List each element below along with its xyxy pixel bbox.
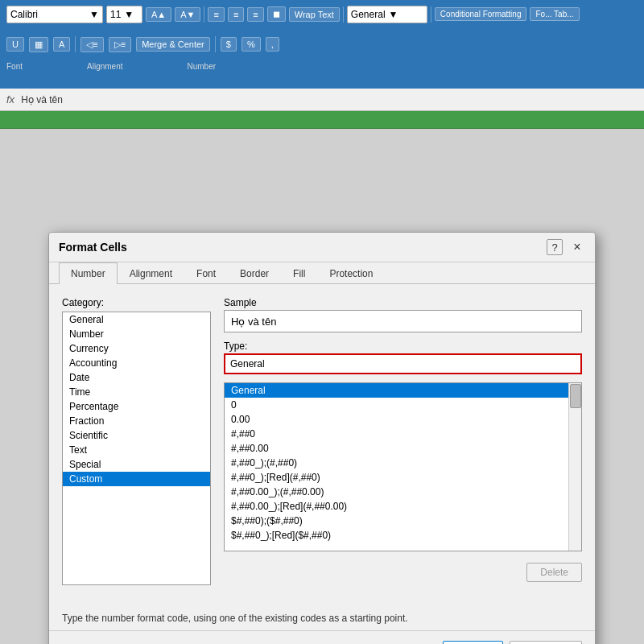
dialog-close-button[interactable]: × bbox=[569, 239, 585, 255]
dialog-footer: OK Cancel bbox=[49, 630, 595, 644]
type-list-item-hh0.00[interactable]: #,##0.00 bbox=[225, 441, 581, 456]
format-cells-dialog: Format Cells ? × Number Alignment Font B… bbox=[48, 232, 596, 644]
tab-fill[interactable]: Fill bbox=[281, 262, 317, 284]
indent-decrease-btn[interactable]: ◁≡ bbox=[80, 37, 103, 52]
wrap-text-btn[interactable]: Wrap Text bbox=[289, 7, 340, 22]
type-list-item-format6[interactable]: $#,##0_);[Red]($#,##0) bbox=[225, 528, 581, 543]
fx-label: fx bbox=[6, 93, 14, 105]
formula-value: Họ và tên bbox=[21, 94, 63, 105]
dialog-title: Format Cells bbox=[59, 241, 127, 254]
excel-sheet-area: Format Cells ? × Number Alignment Font B… bbox=[0, 111, 644, 644]
delete-button: Delete bbox=[526, 563, 582, 582]
merge-center-btn[interactable]: Merge & Center bbox=[136, 37, 210, 52]
type-list-item-0.00[interactable]: 0.00 bbox=[225, 412, 581, 427]
category-item-percentage[interactable]: Percentage bbox=[63, 399, 210, 414]
font-name-dropdown[interactable]: Calibri ▼ bbox=[6, 6, 103, 23]
type-list-item-format1[interactable]: #,##0_);(#,##0) bbox=[225, 456, 581, 470]
delete-btn-container: Delete bbox=[526, 563, 582, 582]
align-center-btn[interactable]: ≡ bbox=[228, 7, 244, 22]
type-list-scrollbar-thumb[interactable] bbox=[570, 384, 581, 408]
border-btn[interactable]: ▦ bbox=[29, 37, 48, 52]
category-item-time[interactable]: Time bbox=[63, 385, 210, 399]
type-list-item-format4[interactable]: #,##0.00_);[Red](#,##0.00) bbox=[225, 499, 581, 514]
type-list-item-0[interactable]: 0 bbox=[225, 398, 581, 412]
ok-button[interactable]: OK bbox=[443, 641, 503, 644]
percent-btn[interactable]: % bbox=[242, 37, 261, 52]
category-item-text[interactable]: Text bbox=[63, 443, 210, 457]
category-label: Category: bbox=[62, 297, 211, 308]
category-item-date[interactable]: Date bbox=[63, 370, 210, 385]
type-list-item-general[interactable]: General bbox=[225, 383, 581, 398]
right-panel: Sample Họ và tên Type: General 0 bbox=[224, 297, 582, 593]
sample-label: Sample bbox=[224, 297, 582, 308]
type-list-scrollbar bbox=[568, 383, 581, 551]
tab-number[interactable]: Number bbox=[59, 262, 118, 284]
excel-toolbar: Calibri ▼ 11 ▼ A▲ A▼ ≡ ≡ ≡ ◼ Wrap Text G… bbox=[0, 0, 644, 89]
highlight-btn[interactable]: A bbox=[53, 37, 70, 52]
font-size-dropdown[interactable]: 11 ▼ bbox=[106, 6, 142, 23]
formula-bar: fx Họ và tên bbox=[0, 89, 644, 111]
category-item-general[interactable]: General bbox=[63, 312, 210, 327]
font-section-label: Font bbox=[6, 62, 23, 71]
alignment-section-label: Alignment bbox=[87, 62, 122, 71]
modal-overlay: Format Cells ? × Number Alignment Font B… bbox=[0, 111, 644, 644]
tab-font[interactable]: Font bbox=[184, 262, 228, 284]
cancel-button[interactable]: Cancel bbox=[510, 641, 582, 644]
type-input-container bbox=[224, 353, 582, 374]
type-list-item-format2[interactable]: #,##0_);[Red](#,##0) bbox=[225, 470, 581, 485]
conditional-format-btn[interactable]: Conditional Formatting bbox=[435, 7, 527, 21]
number-section-label: Number bbox=[187, 62, 216, 71]
sample-box: Họ và tên bbox=[224, 310, 582, 332]
tab-alignment[interactable]: Alignment bbox=[118, 262, 184, 284]
category-list[interactable]: General Number Currency Accounting Date … bbox=[62, 312, 211, 585]
type-input[interactable] bbox=[230, 358, 576, 369]
category-item-accounting[interactable]: Accounting bbox=[63, 356, 210, 370]
indent-increase-btn[interactable]: ▷≡ bbox=[109, 37, 131, 52]
align-left-btn[interactable]: ≡ bbox=[208, 7, 224, 22]
dialog-tabs: Number Alignment Font Border Fill Protec… bbox=[49, 262, 595, 284]
format-table-btn[interactable]: Fo... Tab... bbox=[530, 7, 579, 21]
dialog-help-button[interactable]: ? bbox=[547, 239, 563, 255]
dollar-btn[interactable]: $ bbox=[221, 37, 237, 52]
toolbar-row2: U ▦ A ◁≡ ▷≡ Merge & Center $ % , bbox=[0, 28, 644, 60]
fill-color-btn[interactable]: ◼ bbox=[267, 6, 286, 22]
category-item-currency[interactable]: Currency bbox=[63, 341, 210, 356]
tab-border[interactable]: Border bbox=[228, 262, 281, 284]
type-label: Type: bbox=[224, 341, 582, 352]
underline-btn[interactable]: U bbox=[6, 37, 24, 52]
number-format-dropdown[interactable]: General ▼ bbox=[347, 6, 427, 23]
comma-btn[interactable]: , bbox=[266, 37, 279, 52]
category-item-number[interactable]: Number bbox=[63, 327, 210, 341]
type-section: Type: bbox=[224, 341, 582, 374]
description-text: Type the number format code, using one o… bbox=[49, 606, 595, 630]
dialog-titlebar: Format Cells ? × bbox=[49, 233, 595, 262]
category-item-scientific[interactable]: Scientific bbox=[63, 428, 210, 443]
type-list-container[interactable]: General 0 0.00 #,##0 #,##0.00 #,##0_);(#… bbox=[224, 382, 582, 551]
type-list-item-format5[interactable]: $#,##0);($#,##0) bbox=[225, 514, 581, 528]
increase-font-btn[interactable]: A▲ bbox=[146, 7, 171, 22]
tab-protection[interactable]: Protection bbox=[317, 262, 385, 284]
align-right-btn[interactable]: ≡ bbox=[247, 7, 263, 22]
sample-value: Họ và tên bbox=[231, 316, 276, 328]
dialog-body: Category: General Number Currency Accoun… bbox=[49, 284, 595, 606]
dialog-controls: ? × bbox=[547, 239, 585, 255]
category-item-fraction[interactable]: Fraction bbox=[63, 414, 210, 428]
type-list-item-format3[interactable]: #,##0.00_);(#,##0.00) bbox=[225, 485, 581, 499]
type-list-item-hh0[interactable]: #,##0 bbox=[225, 427, 581, 441]
decrease-font-btn[interactable]: A▼ bbox=[175, 7, 200, 22]
category-item-custom[interactable]: Custom bbox=[63, 472, 210, 486]
sample-section: Sample Họ và tên bbox=[224, 297, 582, 332]
category-panel: Category: General Number Currency Accoun… bbox=[62, 297, 211, 593]
category-item-special[interactable]: Special bbox=[63, 457, 210, 472]
toolbar-row1: Calibri ▼ 11 ▼ A▲ A▼ ≡ ≡ ≡ ◼ Wrap Text G… bbox=[0, 0, 644, 28]
